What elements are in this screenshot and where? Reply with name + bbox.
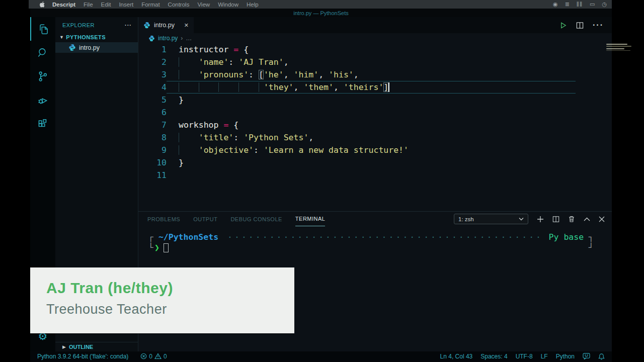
status-item-lf[interactable]: LF [541,353,548,360]
code-text: workshop = { [179,119,238,131]
code-line-8[interactable]: 8 'title': 'Python Sets', [138,131,612,144]
split-terminal-icon[interactable] [552,216,559,223]
code-text: 'pronouns': ['he', 'him', 'his', [179,68,359,81]
sidebar-more-icon[interactable]: ··· [125,22,132,28]
terminal-prompt-line-2: └ ❯ ┘ [148,242,594,253]
chevron-right-icon: ▶ [62,344,66,349]
menu-item-insert[interactable]: Insert [119,2,133,8]
menu-items: FileEditInsertFormatControlsViewWindowHe… [84,2,267,8]
file-item-intro-py[interactable]: intro.py [55,42,138,53]
chevron-down-icon [519,217,524,221]
code-line-5[interactable]: 5} [138,94,612,106]
menu-item-format[interactable]: Format [141,2,159,8]
file-label: intro.py [79,44,100,51]
line-number: 7 [138,119,167,131]
panel-tab-terminal[interactable]: TERMINAL [295,212,326,226]
apple-icon[interactable] [40,2,45,8]
explorer-icon[interactable] [30,17,55,41]
breadcrumb[interactable]: intro.py › … [138,33,612,43]
prompt-fill-dots: ········································… [227,232,540,242]
problems-status[interactable]: 0 0 [140,353,167,360]
menu-item-window[interactable]: Window [218,2,238,8]
code-line-9[interactable]: 9 'objective': 'Learn a new data structu… [138,144,612,156]
prompt-arrow: ❯ [154,242,159,253]
more-actions-icon[interactable]: ··· [593,21,604,30]
code-line-4[interactable]: 4 'they', 'them', 'theirs'] [138,81,612,94]
transcript-icon[interactable]: ≣ [565,1,570,8]
line-number: 4 [138,81,167,94]
run-debug-icon[interactable] [30,88,55,112]
prompt-corner: ┌ [148,232,153,242]
menu-item-view[interactable]: View [197,2,210,8]
panel-tab-debug-console[interactable]: DEBUG CONSOLE [230,212,282,226]
folder-pythonsets[interactable]: ▼ PYTHONSETS [55,32,138,42]
line-number: 10 [138,156,167,169]
extensions-icon[interactable] [30,112,55,135]
levels-icon[interactable]: ⫼⫼ [577,1,583,8]
breadcrumb-more[interactable]: … [186,35,192,42]
terminal-shell-select[interactable]: 1: zsh [454,214,528,224]
close-panel-icon[interactable] [599,216,605,222]
source-control-icon[interactable] [30,64,55,88]
outline-label: OUTLINE [69,344,93,350]
menu-item-file[interactable]: File [84,2,93,8]
battery-icon[interactable]: ▭ [590,1,595,8]
presenter-role: Treehouse Teacher [46,302,294,317]
breadcrumb-file[interactable]: intro.py [158,35,178,42]
status-item-utf-8[interactable]: UTF-8 [516,353,533,360]
menu-item-help[interactable]: Help [247,2,259,8]
tab-intro-py[interactable]: intro.py ✕ [138,17,194,33]
panel-tab-output[interactable]: OUTPUT [193,212,217,226]
code-line-7[interactable]: 7workshop = { [138,119,612,131]
code-line-1[interactable]: 1instructor = { [138,43,612,56]
clock-icon[interactable]: ◷ [602,1,607,8]
window-titlebar[interactable]: intro.py — PythonSets [30,9,612,17]
folder-label: PYTHONSETS [66,34,106,40]
status-item-python[interactable]: Python [556,353,575,360]
terminal-cursor [164,243,169,252]
code-editor[interactable]: 1instructor = {2 'name': 'AJ Tran',3 'pr… [138,43,612,182]
panel-tab-problems[interactable]: PROBLEMS [147,212,180,226]
code-line-2[interactable]: 2 'name': 'AJ Tran', [138,56,612,68]
python-file-icon [143,22,150,29]
menu-item-edit[interactable]: Edit [101,2,111,8]
code-text: instructor = { [179,43,249,56]
code-text: 'name': 'AJ Tran', [179,56,289,68]
code-line-3[interactable]: 3 'pronouns': ['he', 'him', 'his', [138,68,612,81]
kill-terminal-trash-icon[interactable] [568,215,575,223]
presenter-name: AJ Tran (he/they) [46,280,294,297]
lower-third-card: AJ Tran (he/they) Treehouse Teacher [30,267,294,333]
split-editor-icon[interactable] [576,22,584,29]
line-number: 2 [138,56,167,68]
status-item-ln-4-col-43[interactable]: Ln 4, Col 43 [440,353,473,360]
record-icon[interactable]: ◉ [553,1,558,8]
code-line-6[interactable]: 6 [138,106,612,119]
status-left: Python 3.9.2 64-bit ('flake': conda) 0 0 [37,353,167,360]
python-interpreter-status[interactable]: Python 3.9.2 64-bit ('flake': conda) [37,353,128,360]
run-button[interactable] [559,22,567,29]
code-line-11[interactable]: 11 [138,169,612,182]
status-item-spaces-4[interactable]: Spaces: 4 [480,353,507,360]
maximize-panel-icon[interactable] [584,217,590,221]
search-icon[interactable] [30,41,55,64]
terminal[interactable]: ┌ ~/PythonSets ·························… [148,232,594,253]
code-text: } [179,156,184,169]
error-icon [140,353,147,359]
new-terminal-icon[interactable] [537,216,544,223]
chevron-down-icon: ▼ [59,35,64,40]
line-number: 9 [138,144,167,156]
menu-app-name[interactable]: Descript [52,2,75,8]
outline-section[interactable]: ▶ OUTLINE [55,342,138,351]
feedback-smiley-icon[interactable] [583,353,590,359]
line-number: 1 [138,43,167,56]
notifications-bell-icon[interactable] [598,353,605,360]
status-bar: Python 3.9.2 64-bit ('flake': conda) 0 0… [30,351,612,361]
tab-close-icon[interactable]: ✕ [184,22,189,29]
prompt-corner: ┐ [589,232,594,242]
code-line-10[interactable]: 10} [138,156,612,169]
code-text: 'objective': 'Learn a new data structure… [179,144,409,156]
line-number: 5 [138,94,167,106]
menu-item-controls[interactable]: Controls [168,2,190,8]
breadcrumb-separator: › [181,35,183,42]
minimap[interactable] [605,43,636,55]
